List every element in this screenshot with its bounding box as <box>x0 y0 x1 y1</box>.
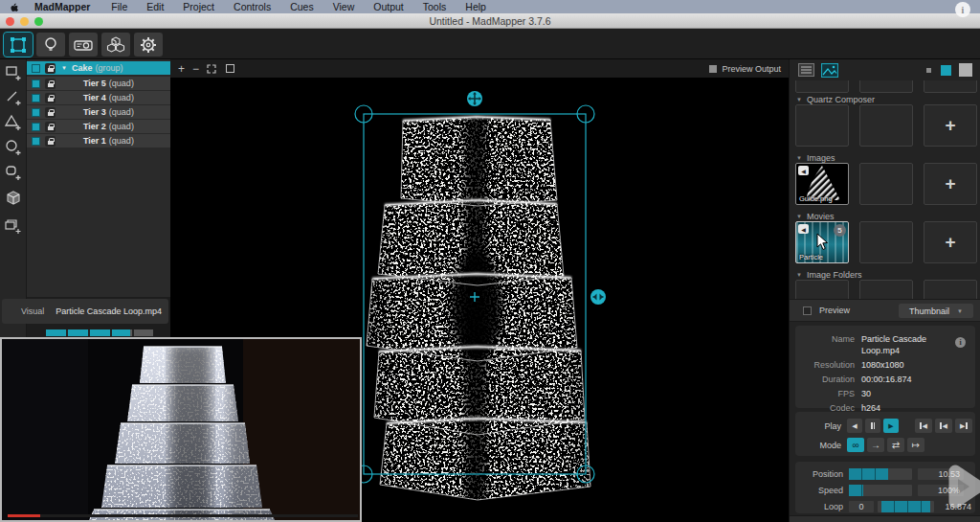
loop-start-value[interactable]: 0 <box>849 501 874 512</box>
prev-frame-button[interactable]: ◀ <box>935 419 952 433</box>
menu-help[interactable]: Help <box>456 1 496 12</box>
layer-color-swatch[interactable] <box>32 137 40 146</box>
next-frame-button[interactable]: ▶ <box>955 419 972 433</box>
folder-slot-empty[interactable] <box>795 280 849 299</box>
layer-row-tier5[interactable]: Tier 5(quad) <box>27 77 170 90</box>
disclosure-triangle-icon[interactable]: ▼ <box>796 97 802 102</box>
mode-loop-button[interactable]: ∞ <box>847 438 864 452</box>
quartz-slot-empty[interactable] <box>859 104 913 147</box>
lock-icon[interactable] <box>45 93 56 103</box>
materials-mode-button[interactable] <box>101 33 130 57</box>
layer-row-tier4[interactable]: Tier 4(quad) <box>27 91 170 104</box>
selection-side-handle[interactable] <box>590 289 606 305</box>
zoom-out-icon[interactable]: − <box>192 62 199 76</box>
preview-output-checkbox[interactable] <box>709 65 717 73</box>
projectors-mode-button[interactable] <box>69 33 98 57</box>
add-triangle-tool[interactable] <box>4 113 23 132</box>
menu-output[interactable]: Output <box>364 1 413 12</box>
menu-tools[interactable]: Tools <box>413 1 457 12</box>
add-mask-tool[interactable] <box>4 163 23 182</box>
disclosure-triangle-icon[interactable]: ▼ <box>796 272 802 278</box>
layer-row-tier1[interactable]: Tier 1(quad) <box>27 134 170 148</box>
mode-pingpong-button[interactable]: ⇄ <box>887 438 904 452</box>
disclosure-triangle-icon[interactable]: ▼ <box>796 155 802 161</box>
media-slot-empty[interactable] <box>795 80 849 93</box>
movie-slot-empty[interactable] <box>859 221 913 263</box>
menu-cues[interactable]: Cues <box>280 1 323 12</box>
lock-icon[interactable] <box>45 136 56 147</box>
folder-slot-empty[interactable] <box>859 280 913 299</box>
layer-row-tier2[interactable]: Tier 2(quad) <box>27 120 170 133</box>
layer-color-swatch[interactable] <box>32 64 40 73</box>
thumb-size-large[interactable] <box>959 63 972 77</box>
folder-slot-empty[interactable] <box>924 280 977 299</box>
media-info-icon[interactable]: i <box>955 337 966 348</box>
minimize-window-button[interactable] <box>20 17 29 26</box>
play-button[interactable]: ▶ <box>883 419 899 433</box>
fit-view-icon[interactable] <box>207 64 216 74</box>
fixtures-mode-button[interactable] <box>36 33 65 57</box>
close-window-button[interactable] <box>6 17 14 26</box>
lock-icon[interactable] <box>45 79 56 89</box>
video-progress-track[interactable] <box>8 514 358 517</box>
menu-edit[interactable]: Edit <box>137 1 173 12</box>
media-slot-empty[interactable] <box>859 80 913 93</box>
menu-view[interactable]: View <box>323 1 365 12</box>
menu-project[interactable]: Project <box>173 1 224 12</box>
media-slot-empty[interactable] <box>924 80 977 93</box>
menu-controls[interactable]: Controls <box>224 1 280 12</box>
menu-appname[interactable]: MadMapper <box>33 1 101 12</box>
settings-mode-button[interactable] <box>134 33 163 57</box>
apple-icon[interactable] <box>10 2 19 12</box>
pause-button[interactable] <box>865 419 880 433</box>
section-movies[interactable]: ▼ Movies <box>796 212 834 221</box>
opacity-segment-bar[interactable] <box>46 329 153 336</box>
output-preview-window[interactable] <box>0 337 362 522</box>
add-quartz-button[interactable]: + <box>924 104 977 147</box>
play-reverse-button[interactable]: ◀ <box>847 419 862 433</box>
add-group-tool[interactable] <box>4 216 23 236</box>
mode-hold-button[interactable]: ↦ <box>907 438 924 452</box>
menu-file[interactable]: File <box>101 1 137 12</box>
thumbnail-view-icon[interactable] <box>821 63 838 78</box>
image-thumbnail-guide[interactable]: ◀ Guide.png <box>795 163 849 205</box>
add-ellipse-tool[interactable] <box>4 138 23 157</box>
thumb-size-small[interactable] <box>926 68 931 73</box>
mode-once-button[interactable]: → <box>867 438 884 452</box>
quartz-slot-empty[interactable] <box>795 104 849 147</box>
add-image-button[interactable]: + <box>924 163 977 205</box>
surfaces-mode-button[interactable] <box>4 33 33 57</box>
layer-row-tier3[interactable]: Tier 3(quad) <box>27 105 170 119</box>
info-overlay-icon[interactable]: i <box>955 2 970 17</box>
zoom-window-button[interactable] <box>34 17 43 26</box>
section-images[interactable]: ▼ Images <box>796 153 835 163</box>
position-slider[interactable] <box>849 468 912 480</box>
thumb-size-medium[interactable] <box>941 65 951 76</box>
section-quartz-composer[interactable]: ▼ Quartz Composer <box>796 95 875 104</box>
image-slot-empty[interactable] <box>859 163 913 205</box>
lock-icon[interactable] <box>45 63 56 74</box>
section-image-folders[interactable]: ▼ Image Folders <box>796 270 861 280</box>
loop-range-slider[interactable] <box>878 501 934 512</box>
preview-checkbox[interactable] <box>803 306 812 315</box>
add-quad-tool[interactable] <box>4 63 23 82</box>
lock-icon[interactable] <box>45 122 56 132</box>
add-3d-object-tool[interactable] <box>4 190 23 209</box>
frame-icon[interactable] <box>226 64 234 73</box>
selection-move-handle[interactable] <box>467 91 482 106</box>
thumbnail-dropdown[interactable]: Thumbnail ▼ <box>899 304 973 318</box>
disclosure-triangle-icon[interactable]: ▼ <box>796 214 802 219</box>
layer-color-swatch[interactable] <box>32 94 40 102</box>
layer-color-swatch[interactable] <box>32 79 40 88</box>
layer-color-swatch[interactable] <box>32 108 40 117</box>
lock-icon[interactable] <box>45 107 56 118</box>
add-line-tool[interactable] <box>4 88 23 107</box>
list-view-icon[interactable] <box>798 63 814 77</box>
skip-start-button[interactable]: ◀ <box>915 419 932 433</box>
layer-color-swatch[interactable] <box>32 123 40 131</box>
speed-slider[interactable] <box>849 485 912 496</box>
add-movie-button[interactable]: + <box>924 221 977 263</box>
disclosure-triangle-icon[interactable]: ▼ <box>61 65 67 71</box>
visual-assignment-row[interactable]: Visual Particle Cascade Loop.mp4 <box>2 299 168 324</box>
zoom-in-icon[interactable]: + <box>178 62 185 76</box>
